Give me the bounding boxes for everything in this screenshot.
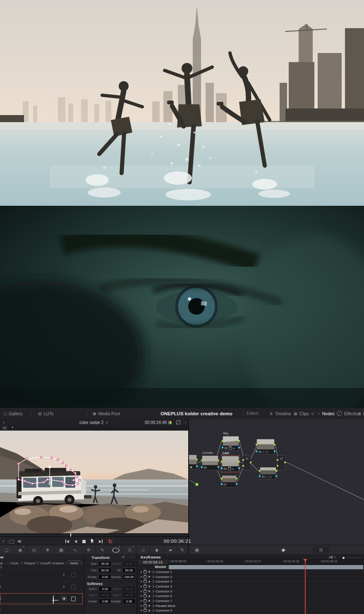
expand-chevron-icon[interactable] [151, 590, 154, 593]
lock-icon[interactable] [144, 585, 147, 588]
wand-icon[interactable]: ✦ [11, 426, 14, 429]
color-wheels-icon[interactable]: ◉ [14, 545, 27, 554]
step-back-button[interactable] [74, 540, 77, 543]
node-10[interactable]: 10 ╱ ◯ [260, 467, 276, 479]
expand-chevron-icon[interactable] [151, 600, 154, 602]
speaker-icon[interactable] [17, 539, 22, 544]
transform-rotate-field[interactable]: Rotate 0.00 [85, 574, 112, 580]
monitor-icon[interactable] [9, 540, 14, 544]
keyframe-track-corrector3[interactable]: Corrector 3 [137, 579, 364, 584]
tab-clips[interactable]: ▦ Clips ∨ [294, 408, 314, 419]
enable-dot-icon[interactable] [141, 595, 142, 597]
enable-dot-icon[interactable] [141, 581, 142, 582]
keyframe-diamond-icon[interactable] [148, 600, 151, 602]
tab-luts[interactable]: ▤ LUTs [38, 408, 53, 419]
lock-icon[interactable] [144, 604, 147, 607]
motion-effects-icon[interactable]: ❄ [82, 545, 96, 554]
keyframe-track-corrector6[interactable]: Corrector 6 [137, 594, 364, 599]
enable-dot-icon[interactable] [141, 586, 142, 587]
scopes-icon[interactable]: ▥ [313, 547, 329, 553]
keyframe-diamond-icon[interactable] [148, 585, 151, 588]
transform-size-field[interactable]: Size 50.00 [85, 561, 112, 566]
blur-icon[interactable]: ◆ [150, 545, 164, 554]
key-icon[interactable]: ▰ [164, 545, 177, 554]
stop-button[interactable] [82, 540, 86, 543]
node-sky[interactable]: Sky 05 ▾ [223, 436, 239, 451]
reset-icon[interactable]: ↺ [122, 555, 125, 559]
tracker-icon[interactable]: ⊙ [123, 545, 136, 554]
transform-pan-field[interactable]: Pan 50.00 [85, 568, 112, 573]
node-graph[interactable]: JT 3 ▦ Curves 04 Sky 05 ▾ CAR [188, 419, 364, 545]
expand-chevron-icon[interactable] [151, 571, 154, 573]
keyframe-diamond-icon[interactable] [148, 590, 151, 592]
transform-opacity-field[interactable]: Opacity 100.00 [109, 574, 136, 580]
viewer-scrub-bar[interactable] [0, 533, 188, 537]
tab-gallery[interactable]: ❏ Gallery [3, 408, 22, 419]
lock-icon[interactable] [144, 595, 147, 597]
tab-lightbox[interactable]: ▦ Lightbox [357, 408, 364, 419]
chevron-down-icon[interactable]: ∨ [2, 539, 5, 543]
loop-button[interactable]: ↻ [108, 539, 113, 543]
color-viewer-icon[interactable] [168, 419, 172, 426]
viewer-options-icon[interactable]: ⋯ [183, 419, 187, 426]
window-list-row-gradient[interactable]: ▮ [0, 605, 83, 614]
keyframe-diamond-icon[interactable] [148, 580, 151, 583]
enable-checkbox[interactable] [71, 597, 76, 601]
open-fx-icon[interactable]: ▣ [190, 545, 204, 554]
enable-checkbox[interactable] [71, 585, 76, 589]
resize-icon[interactable]: ↻ [177, 545, 188, 554]
transform-tilt-field[interactable]: Tilt 50.00 [109, 568, 136, 573]
keyframe-diamond-icon[interactable] [148, 604, 151, 607]
keyframe-diamond-icon[interactable] [148, 595, 151, 597]
expand-chevron-icon[interactable] [151, 585, 154, 588]
enable-dot-icon[interactable] [141, 591, 142, 592]
hdr-wheels-icon[interactable]: ◎ [27, 545, 41, 554]
layer-mixer-node-2[interactable]: ⊞ [277, 455, 285, 470]
enable-dot-icon[interactable] [141, 576, 142, 578]
enable-dot-icon[interactable] [141, 571, 142, 573]
keyframes-playhead[interactable] [305, 559, 306, 614]
lock-icon[interactable] [144, 575, 147, 578]
expand-viewer-icon[interactable] [176, 419, 180, 426]
keyframe-track-corrector9[interactable]: Corrector 9 [137, 609, 364, 614]
enable-dot-icon[interactable] [141, 610, 142, 611]
viewer-collapse-chevron-icon[interactable]: ∨ [2, 419, 5, 426]
node-curves[interactable]: Curves 04 [202, 455, 218, 470]
keyframe-diamond-icon[interactable] [148, 575, 151, 578]
node-car-selected[interactable]: CAR 06 ▾ [222, 456, 239, 472]
master-clip-bar[interactable] [169, 565, 363, 569]
enable-checkbox[interactable] [71, 573, 76, 577]
expand-chevron-icon[interactable] [151, 595, 154, 597]
enable-dot-icon[interactable] [141, 600, 142, 602]
keyframe-track-corrector1[interactable]: Corrector 1 [137, 570, 364, 575]
softness-soft1-field[interactable]: Soft 1 0.00 [85, 586, 112, 592]
sizing-crop-icon[interactable]: ◻ [0, 545, 14, 554]
viewer-image[interactable] [0, 431, 188, 533]
lock-icon[interactable] [144, 580, 147, 583]
keyframe-track-parallel-mixer[interactable]: Parallel Mixer [137, 604, 364, 609]
keyframe-track-master[interactable]: Master [137, 564, 364, 570]
clip-name-dropdown[interactable]: color swipe 2 ∨ [79, 419, 108, 426]
rgb-mixer-icon[interactable]: ▦ [55, 545, 68, 554]
window-list-row-circle[interactable]: ○ [0, 569, 83, 580]
tab-media-pool[interactable]: ▣ Media Pool [93, 408, 120, 419]
window-list-row-curve[interactable]: ✎ [0, 581, 83, 592]
window-target-icon[interactable] [53, 596, 54, 604]
skip-end-button[interactable] [99, 539, 103, 543]
tab-timeline[interactable]: ≣ Timeline [270, 408, 291, 419]
source-node-dot[interactable] [196, 483, 199, 486]
compare-wipe-icon[interactable]: ◈ [281, 547, 285, 553]
softness-inside-field[interactable]: Inside 0.56 [85, 599, 112, 604]
panel-options-icon[interactable]: ⋯ [129, 555, 133, 559]
keyframe-diamond-icon[interactable] [62, 585, 65, 588]
color-bars-icon[interactable]: ❖ [41, 545, 55, 554]
tab-nodes[interactable]: ∴ Nodes [318, 408, 335, 419]
skip-start-button[interactable] [65, 539, 69, 543]
keyframe-diamond-icon[interactable] [148, 609, 151, 612]
keyframe-track-corrector7[interactable]: Corrector 7 [137, 599, 364, 604]
grid-overlay-icon[interactable]: ▦ [1, 426, 8, 430]
keyframe-diamond-icon[interactable] [148, 571, 151, 573]
window-radio-icon[interactable] [61, 596, 67, 601]
node-jt[interactable]: JT 3 ▦ [188, 455, 197, 470]
keyframe-diamond-icon[interactable] [62, 573, 65, 576]
